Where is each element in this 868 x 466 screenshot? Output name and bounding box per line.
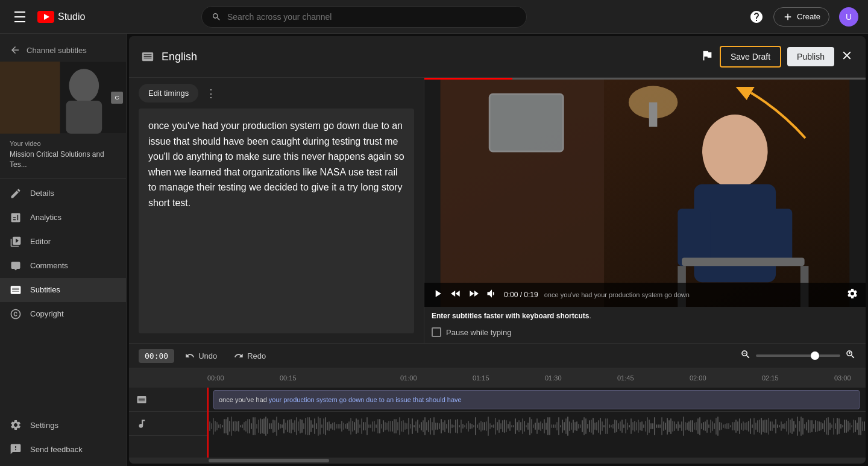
playhead — [207, 388, 209, 458]
sidebar: Channel subtitles C Your video Mission C… — [0, 34, 127, 466]
zoom-controls — [740, 349, 856, 363]
waveform-bars — [207, 414, 866, 438]
redo-button[interactable]: Redo — [228, 348, 272, 363]
keyboard-hint-text: Enter subtitles faster with — [432, 312, 520, 320]
create-button[interactable]: Create — [773, 7, 829, 27]
save-draft-button[interactable]: Save Draft — [720, 46, 781, 68]
back-button[interactable]: Channel subtitles — [0, 39, 126, 61]
create-label: Create — [797, 12, 820, 21]
svg-rect-19 — [760, 209, 792, 266]
hamburger-menu-button[interactable] — [10, 7, 30, 27]
publish-button[interactable]: Publish — [787, 47, 834, 66]
zoom-in-button[interactable] — [845, 349, 856, 363]
keyboard-hint: Enter subtitles faster with keyboard sho… — [424, 307, 866, 325]
keyboard-shortcuts-link[interactable]: keyboard shortcuts — [522, 312, 589, 320]
pause-typing-label: Pause while typing — [446, 328, 511, 337]
play-button[interactable] — [432, 288, 444, 302]
video-label: Your video — [0, 134, 126, 150]
pause-while-typing: Pause while typing — [424, 325, 866, 343]
svg-rect-18 — [678, 209, 710, 266]
ruler-mark-8: 03:00 — [834, 374, 851, 382]
text-panel: Edit timings ⋮ once you've had your prod… — [129, 78, 424, 343]
sidebar-item-analytics-label: Analytics — [30, 213, 61, 222]
timeline-ruler: 00:00 00:15 01:00 01:15 01:30 01:45 02:0… — [129, 368, 866, 388]
sidebar-item-analytics[interactable]: Analytics — [0, 206, 126, 230]
video-progress-bar[interactable] — [424, 78, 866, 80]
topbar: Studio Create U — [0, 0, 868, 34]
sidebar-item-comments-label: Comments — [30, 261, 68, 270]
video-panel: 0:00 / 0:19 once you've had your product… — [424, 78, 866, 343]
volume-icon — [486, 288, 498, 300]
editor-title: English — [162, 51, 693, 63]
sidebar-item-subtitles-label: Subtitles — [30, 285, 60, 294]
pencil-icon — [10, 187, 22, 200]
video-progress-fill — [424, 78, 512, 80]
studio-label: Studio — [58, 11, 85, 22]
undo-button[interactable]: Undo — [179, 348, 223, 363]
ruler-mark-2: 01:00 — [400, 374, 417, 382]
create-icon — [782, 11, 793, 22]
ruler-mark-1: 00:15 — [280, 374, 297, 382]
close-button[interactable] — [840, 49, 854, 65]
sidebar-item-settings-label: Settings — [30, 421, 58, 430]
subtitle-track-text: once you've had your production system g… — [544, 291, 840, 298]
avatar[interactable]: U — [839, 7, 858, 27]
subtitle-editor-icon — [141, 50, 154, 63]
ruler-mark-6: 02:00 — [690, 374, 706, 382]
topbar-left: Studio — [10, 7, 85, 27]
volume-button[interactable] — [486, 288, 498, 302]
sidebar-item-editor[interactable]: Editor — [0, 230, 126, 254]
topbar-right: Create U — [749, 7, 858, 27]
svg-rect-15 — [649, 102, 658, 127]
subtitle-clip-text: once you've had your production system g… — [219, 396, 462, 403]
sidebar-item-settings[interactable]: Settings — [0, 413, 126, 437]
play-icon — [432, 288, 444, 300]
sidebar-item-feedback[interactable]: Send feedback — [0, 437, 126, 461]
close-icon — [840, 49, 854, 62]
sidebar-item-subtitles[interactable]: Subtitles — [0, 278, 126, 302]
zoom-out-icon — [740, 349, 751, 360]
settings-icon — [10, 419, 22, 431]
thumbnail-image: C — [0, 61, 126, 134]
sidebar-item-details[interactable]: Details — [0, 181, 126, 206]
forward-button[interactable] — [468, 288, 480, 302]
edit-timings-button[interactable]: Edit timings — [139, 84, 198, 102]
more-options-button[interactable]: ⋮ — [203, 84, 219, 102]
subtitles-icon — [10, 284, 22, 296]
undo-icon — [185, 351, 195, 361]
video-settings-button[interactable] — [846, 288, 858, 302]
sidebar-item-comments[interactable]: Comments — [0, 254, 126, 278]
search-bar[interactable] — [201, 6, 527, 28]
subtitle-text-area[interactable]: once you've had your production system g… — [139, 109, 414, 333]
redo-label: Redo — [247, 351, 266, 361]
zoom-out-button[interactable] — [740, 349, 751, 363]
search-input[interactable] — [227, 12, 517, 22]
timeline: 00:00 Undo Redo — [129, 343, 866, 464]
zoom-slider[interactable] — [756, 354, 840, 357]
audio-waveform — [207, 412, 866, 441]
sidebar-item-copyright-label: Copyright — [30, 309, 64, 318]
help-button[interactable] — [749, 10, 764, 24]
ruler-mark-5: 01:45 — [617, 374, 634, 382]
redo-icon — [234, 351, 244, 361]
video-controls: 0:00 / 0:19 once you've had your product… — [424, 283, 866, 307]
rewind-button[interactable] — [450, 288, 462, 302]
ruler-mark-4: 01:30 — [545, 374, 562, 382]
svg-rect-5 — [66, 101, 102, 134]
sidebar-item-details-label: Details — [30, 189, 54, 198]
youtube-logo-icon — [37, 11, 54, 23]
audio-track — [207, 412, 866, 441]
flag-button[interactable] — [700, 49, 714, 65]
svg-point-16 — [702, 115, 768, 188]
comment-icon — [10, 260, 22, 272]
subtitle-clip[interactable]: once you've had your production system g… — [213, 390, 860, 409]
ruler-mark-0: 00:00 — [207, 374, 224, 382]
sidebar-item-copyright[interactable]: Copyright — [0, 302, 126, 326]
svg-text:C: C — [115, 94, 119, 101]
subtitle-track-label — [129, 388, 207, 412]
timeline-scrollbar[interactable] — [129, 458, 866, 464]
track-labels — [129, 388, 207, 458]
pause-typing-checkbox[interactable] — [432, 327, 441, 337]
zoom-in-icon — [845, 349, 856, 360]
rewind-icon — [450, 288, 462, 300]
